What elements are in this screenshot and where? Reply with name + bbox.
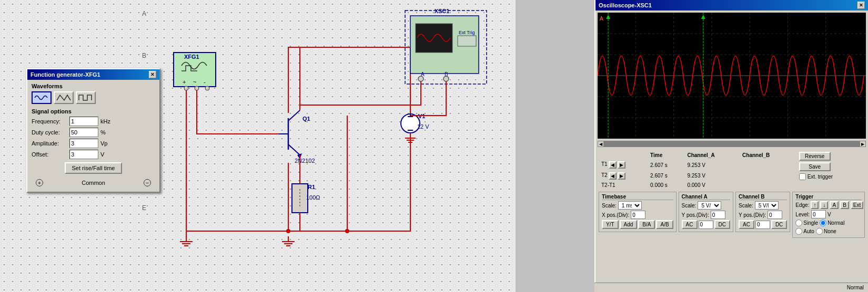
none-radio[interactable] bbox=[816, 228, 823, 235]
trigger-section: Trigger Edge: ↑ ↓ A B Ext Level: V bbox=[792, 192, 865, 238]
normal-label: Normal bbox=[827, 220, 844, 226]
t1-left-btn[interactable]: ◀ bbox=[609, 161, 617, 169]
trigger-title: Trigger bbox=[795, 194, 862, 200]
svg-text:Ext Trig: Ext Trig bbox=[459, 30, 475, 35]
svg-point-53 bbox=[418, 76, 423, 81]
cha-ac-button[interactable]: AC bbox=[682, 220, 698, 229]
frequency-label: Frequency: bbox=[32, 118, 67, 124]
common-label: Common bbox=[82, 180, 105, 186]
col-header-chb: Channel_B bbox=[741, 151, 795, 159]
normal-radio-label[interactable]: Normal bbox=[820, 220, 844, 226]
ext-trigger-checkbox[interactable] bbox=[799, 173, 806, 180]
timebase-scale-select[interactable]: 1 ms/Div bbox=[618, 201, 642, 210]
svg-point-12 bbox=[195, 86, 199, 90]
amplitude-label: Amplitude: bbox=[32, 140, 67, 147]
osc-scrollbar[interactable]: ◀ ▶ bbox=[598, 141, 866, 147]
col-header-cha: Channel_A bbox=[685, 151, 740, 159]
amplitude-row: Amplitude: Vp bbox=[32, 139, 155, 148]
square-wave-button[interactable] bbox=[76, 91, 96, 104]
svg-text:2N2102: 2N2102 bbox=[295, 158, 315, 164]
yt-button[interactable]: Y/T bbox=[602, 220, 619, 229]
svg-text:~: ~ bbox=[193, 79, 196, 85]
single-radio-label[interactable]: Single bbox=[795, 220, 818, 226]
auto-radio-label[interactable]: Auto bbox=[795, 228, 814, 235]
trigger-level-input[interactable] bbox=[811, 210, 826, 218]
t2t1-chb bbox=[741, 182, 795, 189]
cha-ypos-input[interactable] bbox=[711, 211, 725, 219]
svg-rect-49 bbox=[416, 24, 452, 53]
oscilloscope-screen: A bbox=[598, 13, 866, 139]
timebase-section: Timebase Scale: 1 ms/Div X pos.(Div): Y/… bbox=[599, 192, 677, 232]
cha-val-input[interactable] bbox=[699, 221, 713, 229]
trigger-ch-b[interactable]: B bbox=[840, 201, 849, 209]
none-label: None bbox=[824, 228, 836, 234]
ab-button[interactable]: A/B bbox=[656, 220, 673, 229]
measurement-table: Time Channel_A Channel_B Reverse Save Ex… bbox=[599, 150, 865, 190]
scroll-right[interactable]: ▶ bbox=[860, 141, 866, 147]
cha-dc-button[interactable]: DC bbox=[714, 220, 730, 229]
timebase-title: Timebase bbox=[602, 194, 673, 200]
svg-point-55 bbox=[443, 76, 449, 81]
save-button[interactable]: Save bbox=[799, 162, 831, 171]
terminal-minus: − bbox=[144, 179, 151, 186]
trigger-ext[interactable]: Ext bbox=[851, 201, 863, 209]
trigger-ch-a[interactable]: A bbox=[830, 201, 839, 209]
t2-label: T2 ◀ ▶ bbox=[600, 171, 648, 181]
ba-button[interactable]: B/A bbox=[638, 220, 655, 229]
duty-cycle-input[interactable] bbox=[69, 128, 98, 137]
normal-radio[interactable] bbox=[820, 220, 826, 226]
chb-dc-button[interactable]: DC bbox=[771, 220, 787, 229]
col-header-time: Time bbox=[649, 151, 684, 159]
frequency-input[interactable] bbox=[69, 117, 98, 126]
timebase-scale-label: Scale: bbox=[602, 203, 617, 208]
frequency-row: Frequency: kHz bbox=[32, 117, 155, 126]
single-label: Single bbox=[803, 220, 818, 226]
reverse-button[interactable]: Reverse bbox=[799, 152, 831, 161]
chb-scale-select[interactable]: 5 V/Div bbox=[755, 201, 779, 210]
waveform-buttons bbox=[32, 91, 155, 104]
chb-val-input[interactable] bbox=[755, 221, 770, 229]
func-gen-close-button[interactable]: ✕ bbox=[149, 71, 156, 78]
osc-bottom-controls: Timebase Scale: 1 ms/Div X pos.(Div): Y/… bbox=[599, 192, 865, 238]
cha-scale-select[interactable]: 5 V/Div bbox=[698, 201, 721, 210]
sine-wave-button[interactable] bbox=[32, 91, 52, 104]
t2-right-btn[interactable]: ▶ bbox=[618, 172, 625, 180]
t2-left-btn[interactable]: ◀ bbox=[609, 172, 617, 180]
status-text: Normal bbox=[847, 285, 864, 290]
none-radio-label[interactable]: None bbox=[816, 228, 836, 235]
func-gen-title-bar: Function generator-XFG1 ✕ bbox=[27, 69, 159, 80]
trigger-edge-rising[interactable]: ↑ bbox=[811, 201, 819, 209]
t2-cha: 9.253 V bbox=[685, 171, 740, 181]
timebase-xpos-input[interactable] bbox=[631, 211, 645, 219]
t1-chb bbox=[741, 160, 795, 170]
t2-chb bbox=[741, 171, 795, 181]
svg-rect-31 bbox=[292, 184, 308, 213]
amplitude-input[interactable] bbox=[69, 139, 98, 148]
triangle-wave-button[interactable] bbox=[54, 91, 74, 104]
scroll-left[interactable]: ◀ bbox=[598, 141, 604, 147]
add-button[interactable]: Add bbox=[620, 220, 638, 229]
single-radio[interactable] bbox=[795, 220, 802, 226]
svg-point-13 bbox=[205, 86, 209, 90]
trigger-edge-falling[interactable]: ↓ bbox=[820, 201, 828, 209]
offset-row: Offset: V bbox=[32, 150, 155, 159]
scroll-track[interactable] bbox=[604, 141, 860, 147]
oscilloscope-title: Oscilloscope-XSC1 bbox=[599, 2, 652, 8]
t1-label: T1 ◀ ▶ bbox=[600, 160, 648, 170]
auto-radio[interactable] bbox=[795, 228, 802, 235]
rise-fall-button[interactable]: Set rise/Fall time bbox=[65, 162, 123, 174]
svg-rect-51 bbox=[458, 36, 476, 46]
channel-b-title: Channel B bbox=[739, 194, 787, 200]
svg-text:XFG1: XFG1 bbox=[184, 54, 199, 60]
channel-a-section: Channel A Scale: 5 V/Div Y pos.(Div): AC… bbox=[679, 192, 733, 232]
oscilloscope-controls: Time Channel_A Channel_B Reverse Save Ex… bbox=[596, 148, 868, 242]
oscilloscope-close-button[interactable]: ✕ bbox=[857, 2, 865, 9]
cha-ypos-label: Y pos.(Div): bbox=[682, 212, 709, 218]
chb-ac-button[interactable]: AC bbox=[739, 220, 754, 229]
offset-input[interactable] bbox=[69, 150, 98, 159]
chb-ypos-input[interactable] bbox=[768, 211, 782, 219]
status-bar: Normal bbox=[594, 283, 868, 292]
trigger-level-unit: V bbox=[827, 212, 831, 217]
offset-label: Offset: bbox=[32, 151, 67, 158]
t1-right-btn[interactable]: ▶ bbox=[618, 161, 625, 169]
